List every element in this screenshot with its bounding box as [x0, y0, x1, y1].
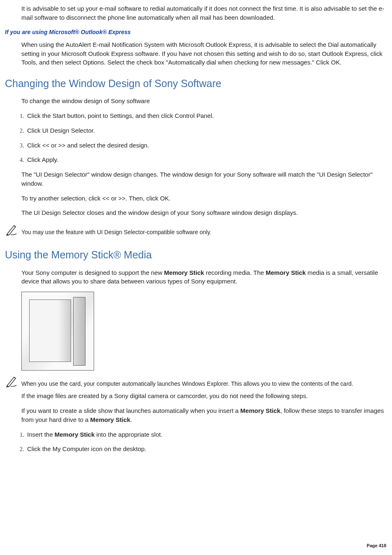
window-design-result: The "UI Design Selector" window design c… — [21, 170, 387, 188]
outlook-paragraph: When using the AutoAlert E-mail Notifica… — [21, 40, 387, 67]
note-icon — [5, 223, 19, 238]
list-item: Click UI Design Selector. — [25, 126, 387, 135]
digital-camera-note: If the image files are created by a Sony… — [21, 391, 387, 401]
list-item: Click << or >> and select the desired de… — [25, 141, 387, 150]
intro-paragraph: It is advisable to set up your e-mail so… — [21, 4, 387, 22]
subheading-outlook-express: If you are using Microsoft® Outlook® Exp… — [5, 28, 387, 36]
note-ui-design-selector: You may use the feature with UI Design S… — [5, 223, 387, 238]
list-item: Click Apply. — [25, 155, 387, 164]
list-item: Insert the Memory Stick into the appropr… — [25, 430, 387, 439]
memory-stick-illustration — [21, 292, 94, 371]
note-text: When you use the card, your computer aut… — [21, 375, 387, 388]
window-design-steps: Click the Start button, point to Setting… — [13, 111, 387, 164]
window-design-intro: To change the window design of Sony soft… — [21, 97, 387, 106]
list-item: Click the Start button, point to Setting… — [25, 111, 387, 120]
list-item: Click the My Computer icon on the deskto… — [25, 444, 387, 454]
slide-show-intro: If you want to create a slide show that … — [21, 406, 387, 424]
note-text: You may use the feature with UI Design S… — [21, 223, 387, 236]
heading-window-design: Changing the Window Design of Sony Softw… — [5, 76, 387, 91]
note-icon — [5, 375, 19, 390]
window-design-close: The UI Design Selector closes and the wi… — [21, 208, 387, 217]
memory-stick-steps: Insert the Memory Stick into the appropr… — [13, 430, 387, 454]
heading-memory-stick: Using the Memory Stick® Media — [5, 247, 387, 262]
note-windows-explorer: When you use the card, your computer aut… — [5, 375, 387, 390]
window-design-try-another: To try another selection, click << or >>… — [21, 194, 387, 203]
memory-stick-intro: Your Sony computer is designed to suppor… — [21, 268, 387, 286]
